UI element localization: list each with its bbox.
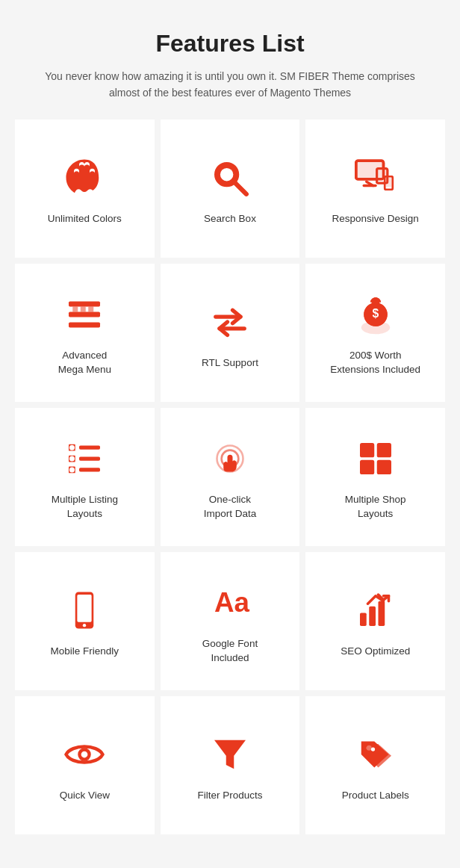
- feature-multiple-listing: Multiple ListingLayouts: [15, 408, 155, 546]
- seo-icon: [355, 589, 397, 631]
- svg-rect-27: [89, 307, 94, 312]
- svg-rect-23: [69, 312, 100, 317]
- feature-200-worth: $ $ 200$ WorthExtensions Included: [305, 264, 445, 402]
- unlimited-colors-label: Unlimited Colors: [48, 212, 122, 226]
- grid-icon: [355, 438, 397, 480]
- features-grid: Unlimited Colors Search Box: [15, 120, 445, 834]
- features-header: Features List You never know how amazing…: [15, 30, 445, 102]
- svg-rect-39: [79, 457, 100, 461]
- feature-responsive-design: Responsive Design: [305, 120, 445, 258]
- moneybag-icon: $ $: [355, 294, 397, 335]
- svg-point-42: [69, 456, 75, 462]
- svg-text:$: $: [372, 308, 379, 320]
- page-subtitle: You never know how amazing it is until y…: [36, 68, 424, 102]
- responsive-icon: [355, 157, 397, 199]
- svg-text:Aa: Aa: [214, 588, 250, 619]
- feature-google-font: Aa Google FontIncluded: [161, 552, 300, 690]
- svg-point-2: [84, 164, 90, 170]
- feature-seo-optimized: SEO Optimized: [305, 552, 445, 690]
- filter-icon: [209, 734, 251, 775]
- svg-rect-22: [69, 302, 100, 307]
- svg-rect-51: [78, 595, 92, 622]
- feature-search-box: Search Box: [161, 120, 300, 258]
- feature-one-click-import: One-clickImport Data: [161, 408, 300, 546]
- svg-rect-25: [73, 307, 78, 312]
- tag-icon: [355, 734, 397, 775]
- quick-view-label: Quick View: [60, 789, 110, 803]
- svg-point-60: [81, 751, 88, 757]
- 200-worth-label: 200$ WorthExtensions Included: [330, 349, 420, 377]
- svg-rect-38: [79, 446, 100, 450]
- search-box-label: Search Box: [204, 212, 256, 226]
- font-icon: Aa: [209, 582, 251, 624]
- responsive-design-label: Responsive Design: [332, 212, 419, 226]
- svg-rect-48: [360, 460, 374, 474]
- rtl-icon: [209, 301, 251, 343]
- page-wrapper: Features List You never know how amazing…: [0, 0, 460, 864]
- multiple-shop-label: Multiple ShopLayouts: [345, 493, 406, 521]
- feature-advanced-mega-menu: AdvancedMega Menu: [15, 264, 155, 402]
- multiple-listing-label: Multiple ListingLayouts: [52, 493, 118, 521]
- mobile-icon: [63, 589, 105, 631]
- svg-marker-61: [214, 740, 246, 769]
- eye-icon: [63, 734, 105, 775]
- seo-optimized-label: SEO Optimized: [341, 645, 410, 659]
- touch-icon: [209, 438, 251, 480]
- google-font-label: Google FontIncluded: [202, 637, 258, 666]
- advanced-mega-menu-label: AdvancedMega Menu: [58, 349, 111, 377]
- filter-products-label: Filter Products: [197, 789, 262, 803]
- svg-point-1: [79, 164, 84, 170]
- svg-point-63: [371, 747, 375, 751]
- page-title: Features List: [15, 30, 445, 58]
- one-click-import-label: One-clickImport Data: [204, 493, 257, 521]
- search-icon: [209, 157, 251, 199]
- svg-line-8: [234, 182, 246, 194]
- svg-rect-49: [376, 460, 391, 474]
- svg-point-0: [74, 171, 79, 176]
- svg-rect-55: [369, 607, 376, 626]
- svg-rect-46: [360, 443, 374, 457]
- feature-rtl-support: RTL Support: [161, 264, 300, 402]
- palette-icon: [63, 157, 105, 199]
- svg-point-41: [69, 445, 75, 450]
- feature-multiple-shop: Multiple ShopLayouts: [305, 408, 445, 546]
- svg-point-43: [69, 468, 75, 473]
- listing-icon: [63, 438, 105, 480]
- svg-point-3: [90, 171, 95, 176]
- svg-rect-40: [79, 468, 100, 472]
- svg-rect-54: [360, 613, 367, 626]
- svg-rect-24: [69, 323, 100, 328]
- svg-point-34: [371, 301, 379, 305]
- svg-point-7: [220, 168, 234, 182]
- feature-filter-products: Filter Products: [161, 696, 300, 834]
- feature-mobile-friendly: Mobile Friendly: [15, 552, 155, 690]
- feature-quick-view: Quick View: [15, 696, 155, 834]
- feature-unlimited-colors: Unlimited Colors: [15, 120, 155, 258]
- svg-rect-47: [376, 443, 391, 457]
- menu-icon: [63, 294, 105, 335]
- mobile-friendly-label: Mobile Friendly: [51, 645, 119, 659]
- svg-point-52: [83, 624, 86, 627]
- product-labels-label: Product Labels: [342, 789, 409, 803]
- svg-rect-26: [81, 307, 86, 312]
- rtl-support-label: RTL Support: [202, 356, 258, 371]
- svg-rect-56: [378, 601, 385, 626]
- feature-product-labels: Product Labels: [305, 696, 445, 834]
